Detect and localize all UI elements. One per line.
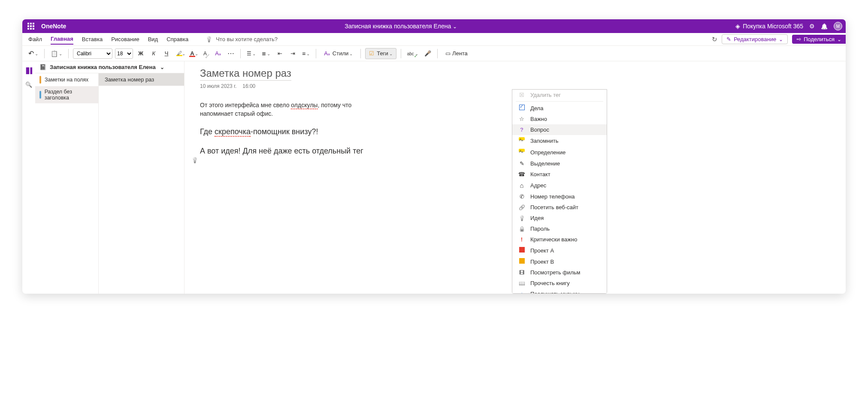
undo-button[interactable]: [27, 48, 40, 59]
share-icon: [796, 36, 801, 42]
tab-insert[interactable]: Вставка: [82, 34, 103, 44]
paste-button[interactable]: [49, 48, 64, 59]
remember-icon: [519, 137, 525, 143]
chevron-down-icon: [837, 36, 841, 42]
tag-address[interactable]: Адрес: [512, 180, 607, 191]
body-area: Записная книжка пользователя Елена Замет…: [22, 61, 846, 294]
bullets-button[interactable]: [245, 48, 257, 59]
navigation-pane: Записная книжка пользователя Елена Замет…: [35, 61, 184, 294]
tag-password[interactable]: Пароль: [512, 223, 607, 234]
music-note-icon: [518, 291, 525, 294]
delete-tag-icon: [518, 92, 525, 98]
contact-icon: [518, 171, 525, 177]
note-canvas[interactable]: Заметка номер раз 10 июля 2023 г. 16:00 …: [184, 61, 846, 294]
tab-draw[interactable]: Рисование: [111, 34, 139, 44]
checkbox-icon: [519, 105, 525, 110]
dictate-button[interactable]: [423, 48, 433, 59]
tab-help[interactable]: Справка: [166, 34, 188, 44]
numbering-button[interactable]: [260, 48, 272, 59]
note-datetime: 10 июля 2023 г. 16:00: [200, 83, 830, 89]
notebook-picker[interactable]: Записная книжка пользователя Елена: [35, 61, 184, 73]
tag-remember[interactable]: Запомнить: [512, 135, 607, 147]
tag-idea[interactable]: Идея: [512, 213, 607, 223]
bulb-icon: [206, 36, 212, 42]
search-icon[interactable]: [25, 81, 32, 88]
italic-button[interactable]: [148, 48, 159, 59]
menu-bar: Файл Главная Вставка Рисование Вид Справ…: [22, 33, 846, 46]
left-rail: [22, 61, 35, 294]
book-icon: [518, 280, 525, 286]
note-body[interactable]: От этого интерфейса мне свело олдскулы, …: [200, 101, 380, 157]
styles-button[interactable]: Стили: [321, 48, 356, 59]
app-name: OneNote: [41, 23, 66, 30]
note-title[interactable]: Заметка номер раз: [200, 67, 291, 81]
format-painter-button[interactable]: [213, 48, 223, 59]
link-icon: [518, 204, 525, 211]
sync-icon[interactable]: [712, 36, 717, 43]
more-formatting-button[interactable]: [226, 48, 236, 59]
outdent-button[interactable]: [275, 48, 285, 59]
tags-dropdown-menu: Удалить тег Дела Важно Вопрос Запомнить …: [512, 89, 609, 294]
page-item[interactable]: Заметка номер раз: [99, 73, 184, 86]
tag-phone[interactable]: Номер телефона: [512, 191, 607, 202]
tell-me-search[interactable]: Что вы хотите сделать?: [206, 36, 278, 42]
bold-button[interactable]: [136, 48, 146, 59]
section-item[interactable]: Раздел без заголовка: [35, 86, 98, 103]
tag-website[interactable]: Посетить веб-сайт: [512, 202, 607, 213]
highlight-button[interactable]: [174, 48, 184, 59]
avatar[interactable]: M: [834, 22, 842, 30]
share-button[interactable]: Поделиться: [792, 35, 846, 44]
tag-important[interactable]: Важно: [512, 114, 607, 124]
notebook-title: Записная книжка пользователя Елена: [345, 23, 451, 30]
tag-highlight[interactable]: Выделение: [512, 158, 607, 169]
indent-button[interactable]: [287, 48, 298, 59]
tag-music[interactable]: Послушать музыку: [512, 289, 607, 294]
font-color-button[interactable]: [187, 48, 197, 59]
red-square-icon: [519, 247, 525, 253]
editing-mode-button[interactable]: Редактирование: [722, 34, 788, 44]
settings-icon[interactable]: [809, 23, 815, 30]
font-size-select[interactable]: 18: [115, 48, 133, 59]
tab-view[interactable]: Вид: [148, 34, 158, 44]
tag-todo[interactable]: Дела: [512, 102, 607, 114]
tag-contact[interactable]: Контакт: [512, 169, 607, 180]
buy-microsoft-365-button[interactable]: Покупка Microsoft 365: [735, 23, 803, 30]
clear-formatting-button[interactable]: [200, 48, 210, 59]
phone-icon: [518, 193, 525, 200]
align-button[interactable]: [300, 48, 312, 59]
section-color-icon: [39, 76, 41, 84]
font-family-select[interactable]: Calibri: [73, 48, 112, 59]
tag-project-a[interactable]: Проект А: [512, 245, 607, 256]
tag-book[interactable]: Прочесть книгу: [512, 278, 607, 289]
tag-delete: Удалить тег: [512, 90, 607, 100]
chevron-down-icon: [160, 64, 164, 70]
film-icon: [518, 269, 525, 276]
underline-button[interactable]: [161, 48, 172, 59]
definition-icon: [519, 149, 525, 155]
onenote-window: OneNote Записная книжка пользователя Еле…: [22, 19, 846, 294]
tag-definition[interactable]: Определение: [512, 147, 607, 158]
notifications-icon[interactable]: [821, 23, 828, 30]
chevron-down-icon: [779, 36, 783, 42]
section-item[interactable]: Заметки на полях: [35, 73, 98, 86]
idea-tag-icon[interactable]: [191, 157, 198, 163]
tab-file[interactable]: Файл: [28, 34, 42, 44]
tag-project-b[interactable]: Проект В: [512, 256, 607, 267]
notebook-title-dropdown[interactable]: Записная книжка пользователя Елена: [71, 23, 730, 30]
notebooks-icon[interactable]: [24, 67, 33, 74]
chevron-down-icon: [453, 23, 457, 30]
tags-button[interactable]: Теги: [365, 48, 396, 59]
orange-square-icon: [519, 258, 525, 264]
tab-home[interactable]: Главная: [51, 34, 73, 45]
tag-critical[interactable]: Критически важно: [512, 234, 607, 245]
feed-button[interactable]: Лента: [442, 48, 471, 59]
notebook-icon: [39, 64, 46, 70]
tag-movie[interactable]: Посмотреть фильм: [512, 267, 607, 278]
sections-list: Заметки на полях Раздел без заголовка: [35, 73, 99, 294]
app-launcher-icon[interactable]: [26, 21, 36, 31]
tag-question[interactable]: Вопрос: [512, 124, 607, 135]
spellcheck-button[interactable]: [405, 48, 420, 59]
question-icon: [518, 126, 525, 133]
exclamation-icon: [518, 236, 525, 243]
pen-icon: [518, 160, 525, 167]
